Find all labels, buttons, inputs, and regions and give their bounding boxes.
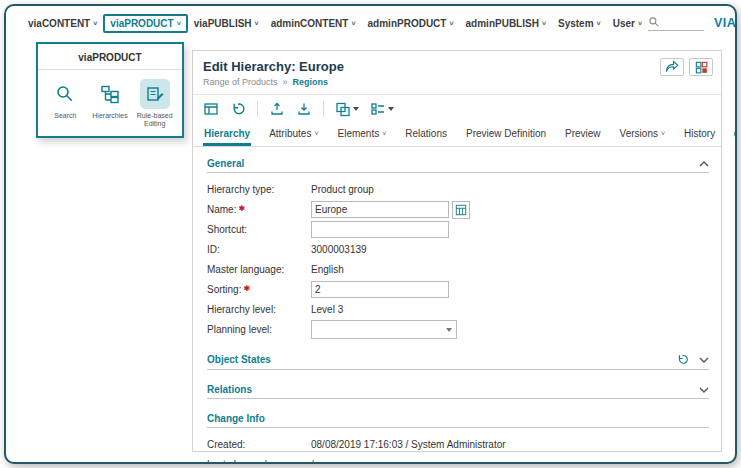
header-actions xyxy=(660,58,713,76)
name-localization-button[interactable] xyxy=(452,201,470,219)
chevron-down-icon: ˅ xyxy=(177,20,181,27)
shortcut-input[interactable] xyxy=(311,221,449,238)
upload-icon-button[interactable] xyxy=(269,101,285,117)
collapse-icon[interactable] xyxy=(699,161,709,167)
expand-icon[interactable] xyxy=(699,387,709,393)
topbar-right-cluster: VIAMEDICI ? xyxy=(648,15,737,31)
edit-hierarchy-panel: Edit Hierarchy: Europe Range of Products… xyxy=(192,50,722,452)
section-change-info: Change Info Created: 08/08/2019 17:16:03… xyxy=(207,413,709,464)
section-title: General xyxy=(207,158,244,169)
nav-item-user[interactable]: User ˅ xyxy=(607,15,648,32)
planning-level-select-wrap xyxy=(311,320,457,339)
section-divider xyxy=(207,369,709,370)
chevron-down-icon: ˅ xyxy=(351,20,355,27)
section-title: Object States xyxy=(207,354,271,365)
field-hierarchy-type: Hierarchy type: Product group xyxy=(207,180,709,199)
nav-item-adminpublish[interactable]: adminPUBLISH ˅ xyxy=(460,15,552,32)
chevron-down-icon: ˅ xyxy=(661,130,665,137)
chevron-down-icon: ˅ xyxy=(255,20,259,27)
share-icon-button[interactable] xyxy=(660,58,684,76)
nav-label: User xyxy=(613,18,635,29)
field-last-changed: Last changed: / xyxy=(207,455,709,464)
tab-attributes[interactable]: Attributes ˅ xyxy=(268,124,319,146)
section-general: General Hierarchy type: Product group Na… xyxy=(207,158,709,339)
rule-based-editing-icon xyxy=(140,79,170,109)
nav-item-admincontent[interactable]: adminCONTENT ˅ xyxy=(265,15,362,32)
search-icon xyxy=(648,16,660,28)
nav-item-system[interactable]: System ˅ xyxy=(552,15,607,32)
created-value: 08/08/2019 17:16:03 / System Administrat… xyxy=(311,439,506,450)
nav-item-viapublish[interactable]: viaPUBLISH ˅ xyxy=(188,15,265,32)
nav-item-viaproduct[interactable]: viaPRODUCT ˅ xyxy=(103,14,187,33)
search-icon xyxy=(50,79,80,109)
breadcrumb-parent[interactable]: Range of Products xyxy=(203,77,278,87)
nav-item-adminproduct[interactable]: adminPRODUCT ˅ xyxy=(362,15,460,32)
nav-item-viacontent[interactable]: viaCONTENT ˅ xyxy=(22,15,103,32)
page-title: Edit Hierarchy: Europe xyxy=(203,59,711,74)
menu-item-label: Rule-based Editing xyxy=(132,112,177,128)
download-icon-button[interactable] xyxy=(296,101,312,117)
expand-icon[interactable] xyxy=(699,357,709,363)
nav-label: adminPRODUCT xyxy=(368,18,447,29)
breadcrumb-current[interactable]: Regions xyxy=(293,77,329,87)
menu-item-hierarchies[interactable]: Hierarchies xyxy=(88,79,133,128)
chevron-down-icon: ˅ xyxy=(314,130,318,137)
table-icon-button[interactable] xyxy=(203,101,219,117)
nav-label: viaCONTENT xyxy=(28,18,90,29)
field-name: Name:✱ xyxy=(207,200,709,219)
global-search-input[interactable] xyxy=(662,16,704,29)
section-divider xyxy=(207,427,709,428)
panel-header: Edit Hierarchy: Europe Range of Products… xyxy=(193,51,721,87)
chevron-down-icon: ˅ xyxy=(382,130,386,137)
section-divider xyxy=(207,172,709,173)
tab-hierarchy[interactable]: Hierarchy xyxy=(203,124,251,146)
tab-preview-definition[interactable]: Preview Definition xyxy=(465,124,547,146)
tab-elements[interactable]: Elements ˅ xyxy=(336,124,387,146)
menu-popup-items: Search Hierarchies Rule-based Editing xyxy=(38,70,182,136)
tab-relations[interactable]: Relations xyxy=(404,124,448,146)
chevron-down-icon xyxy=(353,107,359,111)
nav-label: viaPUBLISH xyxy=(194,18,252,29)
chevron-down-icon: ˅ xyxy=(542,20,546,27)
sorting-input[interactable] xyxy=(311,281,449,298)
hierarchy-type-value: Product group xyxy=(311,184,374,195)
undo-icon-button[interactable] xyxy=(230,101,246,117)
name-input[interactable] xyxy=(311,201,449,218)
tab-history[interactable]: History xyxy=(683,124,716,146)
nav-label: viaPRODUCT xyxy=(110,18,173,29)
toolbar-divider xyxy=(257,101,258,117)
field-hierarchy-level: Hierarchy level: Level 3 xyxy=(207,300,709,319)
nav-label: adminPUBLISH xyxy=(466,18,539,29)
hierarchy-tree-icon xyxy=(95,79,125,109)
menu-item-rule-based-editing[interactable]: Rule-based Editing xyxy=(132,79,177,128)
reset-states-icon[interactable] xyxy=(676,353,689,366)
section-title: Relations xyxy=(207,384,252,395)
menu-item-search[interactable]: Search xyxy=(43,79,88,128)
chevron-down-icon: ˅ xyxy=(597,20,601,27)
required-icon: ✱ xyxy=(238,204,245,213)
form-content: General Hierarchy type: Product group Na… xyxy=(193,147,721,464)
section-title: Change Info xyxy=(207,413,265,424)
tab-preview[interactable]: Preview xyxy=(564,124,602,146)
viamedici-logo: VIAMEDICI xyxy=(714,16,737,30)
tab-bar: Hierarchy Attributes ˅ Elements ˅ Relati… xyxy=(193,121,721,147)
refresh-icon[interactable] xyxy=(733,127,737,146)
top-navigation-bar: viaCONTENT ˅ viaPRODUCT ˅ viaPUBLISH ˅ a… xyxy=(6,6,735,40)
app-window: viaCONTENT ˅ viaPRODUCT ˅ viaPUBLISH ˅ a… xyxy=(4,4,737,464)
toolbar-divider xyxy=(323,101,324,117)
view-selector-dropdown[interactable] xyxy=(335,101,359,117)
grid-report-icon-button[interactable] xyxy=(689,58,713,76)
planning-level-select[interactable] xyxy=(311,320,457,339)
field-id: ID: 3000003139 xyxy=(207,240,709,259)
master-language-value: English xyxy=(311,264,344,275)
viaproduct-menu-popup: viaPRODUCT Search Hierarchies Rule-based… xyxy=(36,42,184,138)
field-sorting: Sorting:✱ xyxy=(207,280,709,299)
hierarchy-level-value: Level 3 xyxy=(311,304,343,315)
actions-dropdown[interactable] xyxy=(370,101,394,117)
chevron-down-icon: ˅ xyxy=(93,20,97,27)
field-created: Created: 08/08/2019 17:16:03 / System Ad… xyxy=(207,435,709,454)
menu-popup-title: viaPRODUCT xyxy=(38,44,182,70)
nav-label: System xyxy=(558,18,594,29)
tab-versions[interactable]: Versions ˅ xyxy=(619,124,666,146)
field-master-language: Master language: English xyxy=(207,260,709,279)
